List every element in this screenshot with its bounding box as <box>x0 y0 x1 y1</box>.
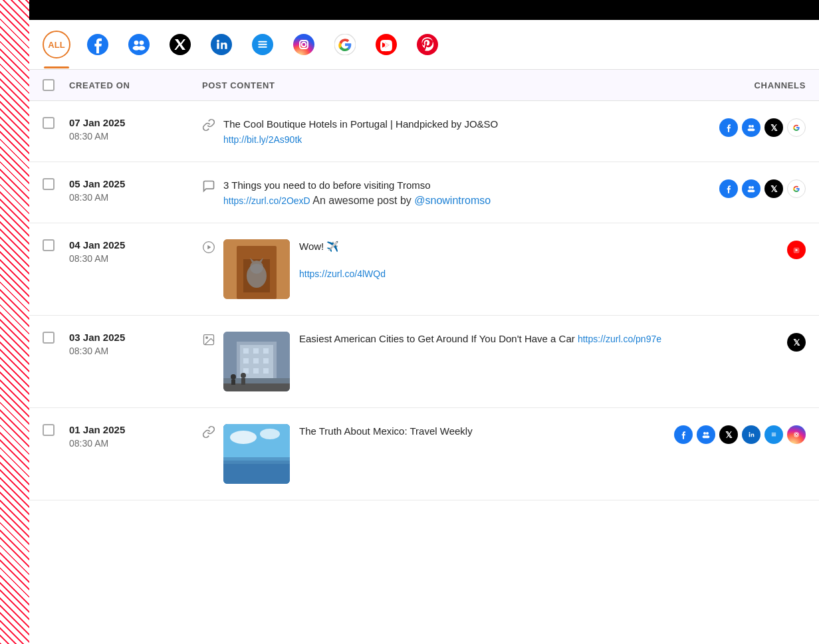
post-image-container-3: Wow! ✈️ https://zurl.co/4lWQd <box>223 239 386 299</box>
row-checkbox-2[interactable] <box>43 178 69 190</box>
post-thumbnail-5 <box>223 424 290 484</box>
svg-rect-11 <box>258 41 267 43</box>
svg-point-24 <box>751 125 754 128</box>
row-checkbox-3[interactable] <box>43 239 69 251</box>
post-time-2: 08:30 AM <box>69 192 202 203</box>
svg-point-65 <box>260 429 280 439</box>
post-date-main-5: 01 Jan 2025 <box>69 424 202 435</box>
channel-facebook <box>674 425 693 444</box>
post-text-1: The Cool Boutique Hotels in Portugal | H… <box>223 117 673 146</box>
table-header: CREATED ON POST CONTENT CHANNELS <box>29 70 819 101</box>
link-icon-1 <box>202 118 215 135</box>
row-checkbox-5[interactable] <box>43 424 69 436</box>
channel-google <box>787 179 806 198</box>
svg-rect-49 <box>243 358 249 364</box>
row-3-checkbox[interactable] <box>43 239 55 251</box>
svg-point-73 <box>749 432 751 433</box>
select-all-checkbox[interactable] <box>43 79 55 91</box>
row-1-checkbox[interactable] <box>43 117 55 129</box>
pinterest-icon <box>417 34 438 55</box>
channel-icons-1: 𝕏 <box>673 117 806 137</box>
svg-rect-67 <box>223 457 290 464</box>
select-all-check-container[interactable] <box>43 79 69 91</box>
row-5-checkbox[interactable] <box>43 424 55 436</box>
comment-icon-2 <box>202 179 215 196</box>
google-icon <box>334 34 356 55</box>
post-title-3: Wow! ✈️ <box>299 239 386 253</box>
groups-icon <box>128 34 150 55</box>
post-url-4[interactable]: https://zurl.co/pn97e <box>578 334 661 344</box>
row-2-checkbox[interactable] <box>43 178 55 190</box>
post-image-container-4: Easiest American Cities to Get Around If… <box>223 332 661 391</box>
svg-rect-54 <box>263 368 269 374</box>
row-checkbox-4[interactable] <box>43 332 69 344</box>
svg-rect-50 <box>253 358 259 364</box>
post-title-4: Easiest American Cities to Get Around If… <box>299 332 661 346</box>
channel-buffer <box>764 425 783 444</box>
svg-point-69 <box>706 432 709 435</box>
post-content-1: The Cool Boutique Hotels in Portugal | H… <box>202 117 673 146</box>
svg-rect-66 <box>223 461 290 484</box>
tab-facebook[interactable] <box>84 31 112 58</box>
post-content-4: Easiest American Cities to Get Around If… <box>202 332 673 391</box>
post-url-3[interactable]: https://zurl.co/4lWQd <box>299 268 386 279</box>
channel-x: 𝕏 <box>764 179 783 198</box>
buffer-icon <box>252 34 273 55</box>
channel-icons-2: 𝕏 <box>673 178 806 198</box>
youtube-icon <box>376 34 397 55</box>
svg-point-71 <box>705 435 710 438</box>
tab-all[interactable]: ALL <box>43 31 70 58</box>
post-text-3: Wow! ✈️ https://zurl.co/4lWQd <box>299 239 386 280</box>
svg-point-1 <box>128 34 150 55</box>
table-row: 01 Jan 2025 08:30 AM <box>29 408 819 500</box>
channel-groups <box>697 425 715 444</box>
tab-linkedin[interactable] <box>207 31 235 58</box>
image-icon-4 <box>202 333 215 350</box>
post-date-main-1: 07 Jan 2025 <box>69 117 202 128</box>
tab-twitter[interactable] <box>166 31 194 58</box>
svg-rect-47 <box>253 348 259 354</box>
channel-linkedin <box>742 425 760 444</box>
channel-icons-5: 𝕏 <box>673 424 806 444</box>
row-4-checkbox[interactable] <box>43 332 55 344</box>
channel-x: 𝕏 <box>719 425 738 444</box>
post-text-2: 3 Things you need to do before visiting … <box>223 178 673 207</box>
tab-google[interactable] <box>331 31 359 58</box>
post-url-2[interactable]: https://zurl.co/2OexD <box>223 195 310 206</box>
post-date-main-2: 05 Jan 2025 <box>69 178 202 189</box>
post-date-3: 04 Jan 2025 08:30 AM <box>69 239 202 264</box>
svg-rect-52 <box>243 368 249 374</box>
table-row: 07 Jan 2025 08:30 AM The Cool Boutique H… <box>29 101 819 162</box>
tab-all-label: ALL <box>48 40 64 50</box>
tab-bar: ALL <box>29 20 819 70</box>
post-time-5: 08:30 AM <box>69 438 202 449</box>
channel-groups <box>742 179 760 198</box>
post-text-4: Easiest American Cities to Get Around If… <box>299 332 661 349</box>
link-icon-5 <box>202 425 215 442</box>
tab-groups[interactable] <box>125 31 153 58</box>
svg-rect-48 <box>263 348 269 354</box>
tab-pinterest[interactable] <box>413 31 441 58</box>
svg-point-64 <box>230 431 257 444</box>
post-time-3: 08:30 AM <box>69 253 202 264</box>
post-image-container-5: The Truth About Mexico: Travel Weekly <box>223 424 473 484</box>
channel-groups <box>742 118 760 137</box>
svg-point-23 <box>749 125 751 128</box>
svg-rect-46 <box>243 348 249 354</box>
post-title-1: The Cool Boutique Hotels in Portugal | H… <box>223 117 673 131</box>
tab-youtube[interactable] <box>372 31 400 58</box>
svg-point-5 <box>138 46 146 51</box>
post-time-1: 08:30 AM <box>69 131 202 142</box>
tab-instagram[interactable] <box>290 31 318 58</box>
tab-buffer[interactable] <box>249 31 277 58</box>
svg-rect-75 <box>772 434 776 435</box>
row-checkbox-1[interactable] <box>43 117 69 129</box>
table-row: 04 Jan 2025 08:30 AM <box>29 223 819 316</box>
post-url-1[interactable]: http://bit.ly/2As90tk <box>223 134 302 145</box>
svg-point-57 <box>231 374 236 379</box>
post-url-area-2: https://zurl.co/2OexD An awesome post by… <box>223 195 673 207</box>
channel-x: 𝕏 <box>764 118 783 137</box>
svg-point-42 <box>206 337 208 339</box>
channel-youtube <box>787 241 806 259</box>
svg-rect-51 <box>263 358 269 364</box>
